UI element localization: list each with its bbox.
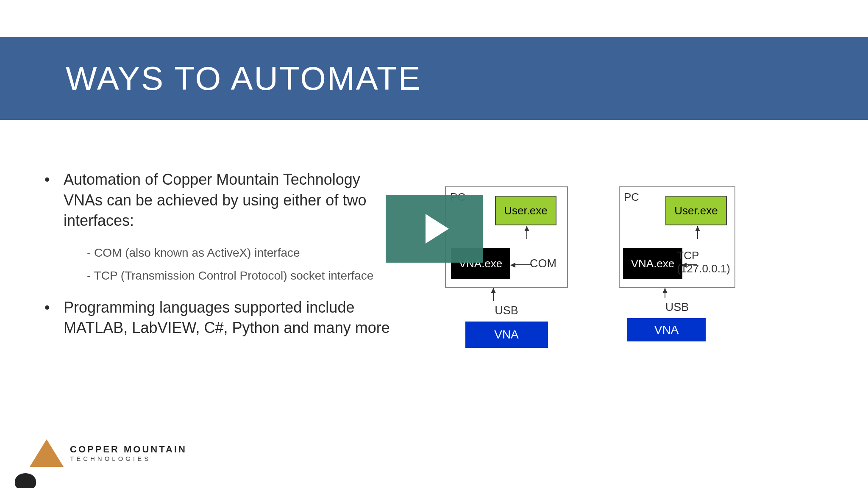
pc-box-2: PC User.exe VNA.exe TCP (127.0.0.1) <box>619 186 735 288</box>
user-exe-2: User.exe <box>665 196 727 225</box>
bullet-2: Programming languages supported include … <box>38 297 398 338</box>
sub-bullet-2: - TCP (Transmission Control Protocol) so… <box>38 267 398 285</box>
logo-mountain-icon <box>30 439 64 467</box>
title-bar: WAYS TO AUTOMATE <box>0 37 868 120</box>
logo-tagline: TECHNOLOGIES <box>70 455 187 462</box>
footer-logo: COPPER MOUNTAIN TECHNOLOGIES <box>30 439 187 467</box>
arrow-head-icon <box>510 263 515 268</box>
logo-company-name: COPPER MOUNTAIN <box>70 444 187 455</box>
slide-container: WAYS TO AUTOMATE Automation of Copper Mo… <box>0 0 868 488</box>
tcp-label: TCP (127.0.0.1) <box>677 249 730 275</box>
vna-exe-2: VNA.exe <box>623 248 682 279</box>
usb-label-2: USB <box>619 301 735 314</box>
slide-title: WAYS TO AUTOMATE <box>66 59 422 98</box>
sub-bullet-list: - COM (also known as ActiveX) interface … <box>38 244 398 285</box>
tcp-line1: TCP <box>677 249 699 262</box>
user-exe-1: User.exe <box>495 196 556 225</box>
arrow-head-icon <box>491 288 496 293</box>
com-label: COM <box>530 257 556 270</box>
diagram-tcp: PC User.exe VNA.exe TCP (127.0.0.1) USB … <box>619 186 735 348</box>
vna-box-1: VNA <box>465 322 548 348</box>
play-button[interactable] <box>386 195 483 263</box>
bullet-list: Automation of Copper Mountain Technology… <box>38 169 398 338</box>
sub-bullet-1: - COM (also known as ActiveX) interface <box>38 244 398 262</box>
diagrams-area: PC User.exe VNA.exe COM USB VNA PC <box>445 186 735 348</box>
play-icon <box>426 214 449 244</box>
vna-box-2: VNA <box>627 318 706 341</box>
arrow-head-icon <box>682 263 687 268</box>
bullet-1: Automation of Copper Mountain Technology… <box>38 169 398 231</box>
logo-lizard-icon <box>15 473 36 488</box>
usb-label-1: USB <box>445 304 568 317</box>
pc-label-2: PC <box>624 191 639 204</box>
content-area: Automation of Copper Mountain Technology… <box>38 169 398 351</box>
arrow-head-icon <box>695 226 700 231</box>
arrow-head-icon <box>524 226 529 231</box>
logo-graphic <box>30 439 64 467</box>
logo-text: COPPER MOUNTAIN TECHNOLOGIES <box>70 444 187 462</box>
arrow-head-icon <box>662 288 668 293</box>
